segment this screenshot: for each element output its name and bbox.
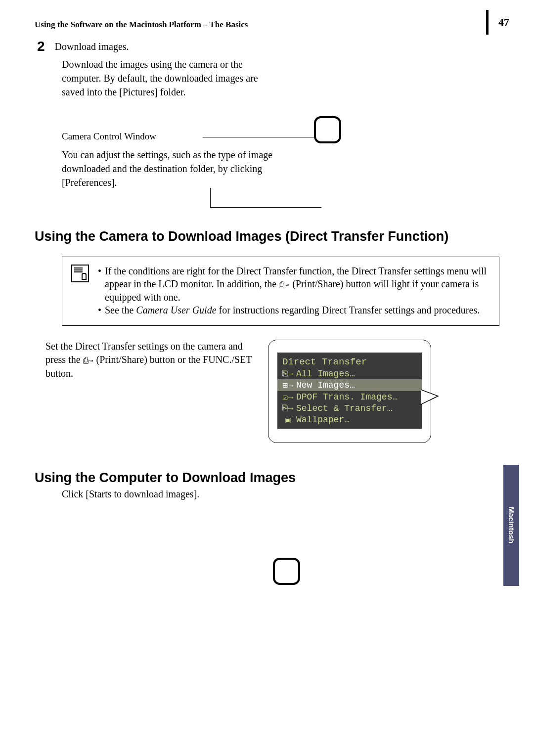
page-number-wrap: 47 (486, 10, 509, 35)
section-heading-direct-transfer: Using the Camera to Download Images (Dir… (35, 229, 499, 244)
lcd-menu-item: ⎘→All Images… (277, 368, 422, 379)
lcd-item-label: Wallpaper… (296, 415, 350, 425)
lcd-menu-item: ▣Wallpaper… (277, 414, 422, 426)
document-note-icon (71, 265, 89, 282)
callout-box-icon (314, 116, 341, 143)
lcd-item-label: All Images… (296, 369, 355, 379)
click-instruction-text: Click [Starts to download images]. (62, 489, 499, 500)
page-header-title: Using the Software on the Macintosh Plat… (35, 20, 248, 30)
note-box: If the conditions are right for the Dire… (62, 257, 499, 326)
camera-control-text: You can adjust the settings, such as the… (62, 148, 274, 189)
lcd-item-icon: ⊞→ (282, 380, 293, 391)
transfer-instruction-text: Set the Direct Transfer settings on the … (45, 340, 253, 443)
side-tab-macintosh: Macintosh (503, 465, 519, 586)
lcd-menu-title: Direct Transfer (277, 356, 422, 368)
lcd-item-label: New Images… (296, 380, 355, 390)
lcd-item-label: DPOF Trans. Images… (296, 392, 398, 402)
section-heading-computer-download: Using the Computer to Download Images (35, 470, 499, 486)
callout-line (210, 207, 321, 208)
step-title: Download images. (55, 41, 129, 52)
lcd-screen-outline: Direct Transfer ⎘→All Images…⊞→New Image… (268, 340, 431, 443)
lcd-item-label: Select & Transfer… (296, 403, 392, 413)
lcd-screen: Direct Transfer ⎘→All Images…⊞→New Image… (277, 353, 422, 429)
note-bullet-1: If the conditions are right for the Dire… (98, 265, 490, 304)
note-bullet-2: See the Camera User Guide for instructio… (98, 304, 490, 316)
speech-bubble-tail-icon (421, 387, 440, 407)
page-number: 47 (498, 16, 509, 29)
callout-box-icon (273, 558, 300, 585)
lcd-menu-item: ⊞→New Images… (277, 379, 422, 391)
lcd-menu-item: ☑→DPOF Trans. Images… (277, 391, 422, 403)
lcd-item-icon: ⎘→ (282, 403, 293, 413)
camera-control-label: Camera Control Window (62, 131, 499, 142)
step-body: Download the images using the camera or … (62, 57, 274, 99)
print-share-icon: ⎙↝ (279, 279, 290, 291)
step-number: 2 (37, 40, 45, 53)
callout-line (210, 188, 211, 208)
callout-line (203, 137, 314, 137)
lcd-item-icon: ▣ (282, 414, 293, 425)
lcd-item-icon: ☑→ (282, 392, 293, 402)
print-share-icon: ⎙↝ (83, 355, 94, 366)
lcd-item-icon: ⎘→ (282, 369, 293, 379)
lcd-menu-item: ⎘→Select & Transfer… (277, 403, 422, 414)
